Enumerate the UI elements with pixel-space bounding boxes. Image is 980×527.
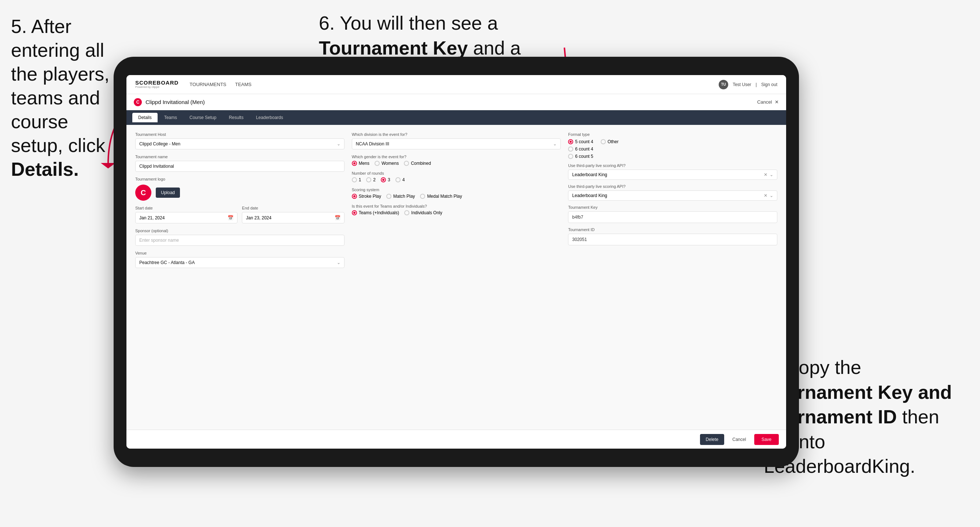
- teams-group: Is this event for Teams and/or Individua…: [352, 204, 561, 215]
- tournament-logo-label: Tournament logo: [135, 177, 345, 181]
- format-6count5[interactable]: 6 count 5: [568, 154, 593, 159]
- cancel-button-bottom[interactable]: Cancel: [728, 434, 750, 445]
- scoring-medal-match[interactable]: Medal Match Play: [420, 194, 462, 199]
- gender-combined[interactable]: Combined: [404, 161, 431, 166]
- rounds-2[interactable]: 2: [366, 177, 375, 183]
- api2-group: Use third-party live scoring API? Leader…: [568, 184, 777, 201]
- scoring-group: Scoring system Stroke Play Match Play: [352, 187, 561, 199]
- start-date-input[interactable]: Jan 21, 2024 📅: [135, 212, 237, 224]
- user-name: Test User: [733, 82, 751, 87]
- tab-results[interactable]: Results: [223, 113, 249, 122]
- format-6count4[interactable]: 6 count 4: [568, 146, 593, 152]
- venue-input[interactable]: Peachtree GC - Atlanta - GA: [135, 257, 345, 268]
- date-row: Start date Jan 21, 2024 📅 End date Jan 2…: [135, 206, 345, 224]
- format-left: 5 count 4 6 count 4 6 count 5: [568, 139, 593, 159]
- calendar-icon: 📅: [228, 215, 234, 221]
- left-column: Tournament Host Clippd College - Men Tou…: [135, 132, 345, 268]
- tab-course-setup[interactable]: Course Setup: [184, 113, 222, 122]
- api2-arrow-icon: ⌄: [770, 193, 773, 198]
- tournament-host-input[interactable]: Clippd College - Men: [135, 138, 345, 149]
- brand-name: SCOREBOARD: [135, 80, 178, 86]
- end-date-input[interactable]: Jan 23, 2024 📅: [242, 212, 344, 224]
- upload-button[interactable]: Upload: [156, 187, 180, 198]
- gender-womens-radio[interactable]: [375, 161, 380, 166]
- gender-combined-radio[interactable]: [404, 161, 409, 166]
- format-6count5-radio[interactable]: [568, 154, 573, 159]
- api1-arrow-icon: ⌄: [770, 172, 773, 177]
- rounds-radio-group: 1 2 3 4: [352, 177, 561, 183]
- format-other-radio[interactable]: [601, 139, 606, 144]
- gender-womens[interactable]: Womens: [375, 161, 399, 166]
- api2-label: Use third-party live scoring API?: [568, 184, 777, 189]
- teams-radio[interactable]: [352, 210, 357, 215]
- tournament-host-group: Tournament Host Clippd College - Men: [135, 132, 345, 149]
- nav-teams[interactable]: TEAMS: [235, 80, 252, 89]
- start-date-group: Start date Jan 21, 2024 📅: [135, 206, 237, 224]
- tab-details[interactable]: Details: [132, 113, 158, 122]
- scoring-stroke-radio[interactable]: [352, 194, 357, 199]
- gender-radio-group: Mens Womens Combined: [352, 161, 561, 166]
- gender-mens[interactable]: Mens: [352, 161, 369, 166]
- scoring-medal-radio[interactable]: [420, 194, 425, 199]
- rounds-1-radio[interactable]: [352, 177, 357, 183]
- bottom-bar: Delete Cancel Save: [126, 430, 786, 449]
- teams-plus-individuals[interactable]: Teams (+Individuals): [352, 210, 399, 215]
- scoring-match[interactable]: Match Play: [386, 194, 415, 199]
- rounds-3[interactable]: 3: [381, 177, 390, 183]
- individuals-radio[interactable]: [404, 210, 409, 215]
- format-right: Other: [601, 139, 619, 159]
- rounds-1[interactable]: 1: [352, 177, 361, 183]
- logo-preview: C: [135, 184, 151, 201]
- format-type-label: Format type: [568, 132, 777, 137]
- end-date-group: End date Jan 23, 2024 📅: [242, 206, 344, 224]
- tablet-device: SCOREBOARD Powered by clippd TOURNAMENTS…: [114, 57, 799, 467]
- division-input[interactable]: NCAA Division III: [352, 138, 561, 149]
- nav-right: TU Test User | Sign out: [719, 80, 777, 89]
- calendar-icon: 📅: [335, 215, 340, 221]
- division-group: Which division is the event for? NCAA Di…: [352, 132, 561, 149]
- venue-group: Venue Peachtree GC - Atlanta - GA: [135, 251, 345, 268]
- tournament-logo-group: Tournament logo C Upload: [135, 177, 345, 201]
- tournament-id-label: Tournament ID: [568, 227, 777, 232]
- scoring-label: Scoring system: [352, 187, 561, 192]
- format-5count4-radio[interactable]: [568, 139, 573, 144]
- nav-tournaments[interactable]: TOURNAMENTS: [189, 80, 226, 89]
- api1-input[interactable]: Leaderboard King ✕ ⌄: [568, 170, 777, 180]
- sign-out-link[interactable]: Sign out: [761, 82, 777, 87]
- rounds-4[interactable]: 4: [395, 177, 405, 183]
- format-6count4-radio[interactable]: [568, 146, 573, 152]
- tab-teams[interactable]: Teams: [158, 113, 183, 122]
- cancel-button[interactable]: Cancel ✕: [756, 99, 779, 105]
- tab-bar: Details Teams Course Setup Results Leade…: [126, 110, 786, 125]
- tournament-title: Clippd Invitational (Men): [145, 99, 205, 105]
- gender-group: Which gender is the event for? Mens Wome…: [352, 154, 561, 166]
- delete-button[interactable]: Delete: [700, 434, 725, 445]
- teams-individuals-only[interactable]: Individuals Only: [404, 210, 442, 215]
- sponsor-label: Sponsor (optional): [135, 229, 345, 233]
- division-label: Which division is the event for?: [352, 132, 561, 137]
- rounds-3-radio[interactable]: [381, 177, 386, 183]
- brand-sub: Powered by clippd: [135, 86, 178, 89]
- tablet-screen: SCOREBOARD Powered by clippd TOURNAMENTS…: [126, 75, 786, 449]
- tournament-name-input[interactable]: Clippd Invitational: [135, 161, 345, 172]
- user-avatar: TU: [719, 80, 728, 89]
- sponsor-input[interactable]: Enter sponsor name: [135, 235, 345, 246]
- tournament-id-value: 302051: [568, 234, 777, 245]
- format-other[interactable]: Other: [601, 139, 619, 144]
- top-nav: SCOREBOARD Powered by clippd TOURNAMENTS…: [126, 75, 786, 94]
- tab-leaderboards[interactable]: Leaderboards: [250, 113, 289, 122]
- format-5count4[interactable]: 5 count 4: [568, 139, 593, 144]
- scoring-stroke[interactable]: Stroke Play: [352, 194, 381, 199]
- api2-input[interactable]: Leaderboard King ✕ ⌄: [568, 190, 777, 201]
- scoring-match-radio[interactable]: [386, 194, 391, 199]
- api1-clear-icon[interactable]: ✕: [764, 172, 767, 177]
- save-button[interactable]: Save: [754, 434, 779, 445]
- annotation-step5: 5. After entering all the players, teams…: [11, 15, 121, 181]
- tournament-host-label: Tournament Host: [135, 132, 345, 137]
- api2-clear-icon[interactable]: ✕: [764, 193, 767, 198]
- content-grid: Tournament Host Clippd College - Men Tou…: [135, 132, 777, 268]
- rounds-2-radio[interactable]: [366, 177, 371, 183]
- gender-mens-radio[interactable]: [352, 161, 357, 166]
- rounds-4-radio[interactable]: [395, 177, 401, 183]
- tournament-key-value: b4fb7: [568, 211, 777, 223]
